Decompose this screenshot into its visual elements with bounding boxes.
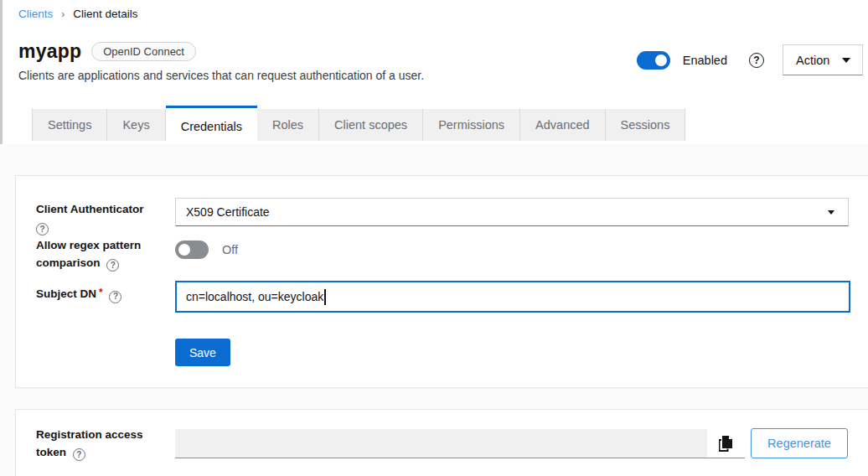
copy-button[interactable] [707, 429, 745, 458]
tab-credentials[interactable]: Credentials [166, 106, 257, 144]
tab-sessions[interactable]: Sessions [606, 109, 686, 141]
subject-dn-value: cn=localhost, ou=keycloak [186, 290, 323, 303]
regex-toggle-row: Off [175, 241, 238, 259]
tab-permissions[interactable]: Permissions [423, 109, 520, 141]
action-label: Action [796, 54, 829, 67]
client-authenticator-select[interactable]: X509 Certificate [175, 198, 849, 226]
text-cursor [324, 289, 326, 305]
tab-roles[interactable]: Roles [257, 109, 319, 141]
subject-dn-help-icon[interactable]: ? [109, 291, 121, 303]
client-help-icon[interactable]: ? [749, 53, 764, 68]
registration-token-label: Registration access token ? [36, 427, 170, 462]
regex-help-icon[interactable]: ? [106, 259, 119, 272]
client-authenticator-help-icon[interactable]: ? [36, 223, 49, 235]
client-tabs: Settings Keys Credentials Roles Client s… [32, 106, 685, 144]
breadcrumb: Clients › Client details [18, 8, 138, 20]
credentials-card: Client Authenticator ? X509 Certificate … [15, 175, 868, 388]
breadcrumb-current: Client details [73, 8, 137, 20]
regex-toggle-state: Off [222, 243, 238, 256]
breadcrumb-clients-link[interactable]: Clients [18, 8, 53, 20]
page-header: myapp OpenID Connect [18, 40, 196, 63]
toggle-knob [655, 54, 667, 66]
caret-down-icon [828, 210, 834, 215]
page-description: Clients are applications and services th… [18, 69, 424, 82]
breadcrumb-chevron-icon: › [61, 8, 65, 20]
registration-card: Registration access token ? Regenerate [15, 409, 868, 476]
registration-token-group [175, 429, 745, 458]
regenerate-button[interactable]: Regenerate [751, 428, 848, 458]
client-authenticator-label: Client Authenticator ? [36, 201, 170, 236]
tab-keys[interactable]: Keys [107, 109, 165, 141]
registration-token-help-icon[interactable]: ? [73, 448, 85, 461]
enabled-label: Enabled [683, 54, 727, 67]
tab-content: Client Authenticator ? X509 Certificate … [0, 144, 868, 476]
caret-down-icon [842, 58, 850, 63]
subject-dn-input[interactable]: cn=localhost, ou=keycloak [175, 281, 850, 313]
required-asterisk: * [99, 287, 103, 298]
regex-toggle[interactable] [175, 241, 209, 259]
enabled-toggle[interactable] [637, 51, 670, 70]
header-controls: Enabled ? Action [637, 44, 863, 75]
subject-dn-label: Subject DN* ? [36, 285, 183, 303]
page-title: myapp [18, 40, 81, 63]
regex-label: Allow regex pattern comparison ? [36, 237, 170, 272]
toggle-knob [178, 244, 190, 256]
copy-icon [719, 436, 733, 452]
save-button[interactable]: Save [175, 339, 230, 366]
tab-settings[interactable]: Settings [32, 109, 107, 141]
action-dropdown-button[interactable]: Action [783, 44, 863, 75]
protocol-badge: OpenID Connect [91, 42, 196, 61]
client-authenticator-value: X509 Certificate [186, 205, 270, 219]
tab-client-scopes[interactable]: Client scopes [319, 109, 423, 141]
registration-token-input [175, 429, 707, 458]
tab-advanced[interactable]: Advanced [520, 109, 606, 141]
